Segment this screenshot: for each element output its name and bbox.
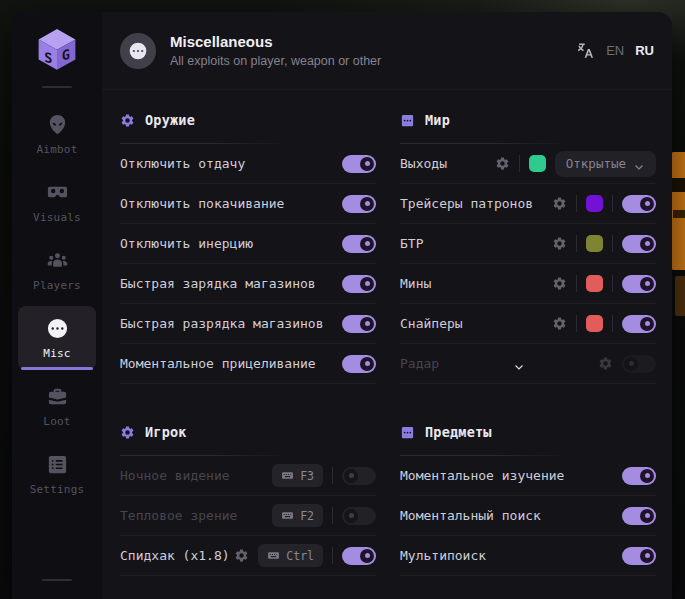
toggle-switch[interactable] xyxy=(342,467,376,485)
control-divider xyxy=(612,195,613,212)
sidebar-item-settings[interactable]: Settings xyxy=(18,442,96,506)
sidebar: S G Aimbot Visuals Players Misc xyxy=(12,12,102,599)
feature-label: Отключить покачивание xyxy=(120,196,284,211)
control-divider xyxy=(576,195,577,212)
control-divider xyxy=(576,315,577,332)
toggle-switch[interactable] xyxy=(622,467,656,485)
feature-row: Мультипоиск xyxy=(400,536,656,576)
players-icon xyxy=(46,249,69,272)
gear-icon[interactable] xyxy=(598,356,613,371)
control-divider xyxy=(332,507,333,524)
feature-label: Мультипоиск xyxy=(400,548,486,563)
briefcase-icon xyxy=(46,385,69,408)
section-header-items: Предметы xyxy=(400,416,656,448)
translate-icon xyxy=(576,41,595,60)
color-swatch[interactable] xyxy=(529,155,546,172)
color-swatch[interactable] xyxy=(586,275,603,292)
sidebar-item-aimbot[interactable]: Aimbot xyxy=(18,102,96,166)
sidebar-item-label: Loot xyxy=(43,415,70,428)
feature-row: Отключить инерцию xyxy=(120,224,376,264)
feature-label: Спидхак (x1.8) xyxy=(120,548,230,563)
gear-icon[interactable] xyxy=(552,316,567,331)
sidebar-item-visuals[interactable]: Visuals xyxy=(18,170,96,234)
toggle-switch[interactable] xyxy=(342,547,376,565)
feature-row: Моментальное прицеливание xyxy=(120,344,376,384)
section-header-weapon: Оружие xyxy=(120,104,376,136)
feature-row: Быстрая зарядка магазинов xyxy=(120,264,376,304)
section-title: Мир xyxy=(425,112,450,128)
keyboard-icon xyxy=(267,549,280,562)
gear-icon xyxy=(120,113,135,128)
sidebar-divider-bottom xyxy=(42,579,72,581)
toggle-switch[interactable] xyxy=(342,315,376,333)
chevron-down-icon xyxy=(633,158,645,170)
cube-logo-icon: S G xyxy=(33,25,81,73)
sidebar-item-label: Misc xyxy=(43,347,70,360)
feature-label: Быстрая зарядка магазинов xyxy=(120,276,316,291)
gear-icon[interactable] xyxy=(552,236,567,251)
toggle-switch[interactable] xyxy=(342,195,376,213)
color-swatch[interactable] xyxy=(586,315,603,332)
right-column: Мир Выходы Открытые xyxy=(400,90,656,599)
feature-label: Быстрая разрядка магазинов xyxy=(120,316,324,331)
toggle-switch[interactable] xyxy=(622,195,656,213)
sidebar-item-label: Settings xyxy=(30,483,85,496)
toggle-switch[interactable] xyxy=(622,355,656,373)
toggle-switch[interactable] xyxy=(622,547,656,565)
toggle-switch[interactable] xyxy=(622,507,656,525)
toggle-switch[interactable] xyxy=(622,315,656,333)
color-swatch[interactable] xyxy=(586,235,603,252)
sidebar-item-label: Players xyxy=(33,279,81,292)
sidebar-item-misc[interactable]: Misc xyxy=(18,306,96,370)
sidebar-item-players[interactable]: Players xyxy=(18,238,96,302)
section-title: Предметы xyxy=(425,424,492,440)
feature-row: Моментальный поиск xyxy=(400,496,656,536)
gear-icon[interactable] xyxy=(495,156,510,171)
color-swatch[interactable] xyxy=(586,195,603,212)
gear-icon[interactable] xyxy=(552,276,567,291)
feature-row: Отключить покачивание xyxy=(120,184,376,224)
section-title: Оружие xyxy=(145,112,195,128)
feature-label: Трейсеры патронов xyxy=(400,196,533,211)
ellipsis-circle-icon xyxy=(46,317,69,340)
feature-row: БТР xyxy=(400,224,656,264)
feature-row: Быстрая разрядка магазинов xyxy=(120,304,376,344)
gear-icon[interactable] xyxy=(552,196,567,211)
app-logo: S G xyxy=(12,12,102,86)
control-divider xyxy=(519,155,520,172)
toggle-switch[interactable] xyxy=(342,155,376,173)
keyboard-icon xyxy=(281,469,294,482)
toggle-switch[interactable] xyxy=(342,275,376,293)
feature-label: Выходы xyxy=(400,156,447,171)
section-header-world: Мир xyxy=(400,104,656,136)
keybind-badge[interactable]: F2 xyxy=(272,504,323,527)
background-game-fragment-2 xyxy=(675,276,685,316)
toggle-switch[interactable] xyxy=(342,355,376,373)
lang-en-button[interactable]: EN xyxy=(606,43,624,58)
lang-ru-button[interactable]: RU xyxy=(635,43,654,58)
gear-icon xyxy=(120,425,135,440)
feature-label: Моментальное изучение xyxy=(400,468,564,483)
feature-row: Радар xyxy=(400,344,656,384)
feature-label: Радар xyxy=(400,356,439,371)
page-title: Miscellaneous xyxy=(170,33,381,50)
exits-dropdown[interactable]: Открытые xyxy=(555,151,656,177)
toggle-switch[interactable] xyxy=(622,235,656,253)
gear-icon[interactable] xyxy=(234,548,249,563)
feature-row: Выходы Открытые xyxy=(400,144,656,184)
chevron-down-icon[interactable] xyxy=(513,358,525,370)
toggle-switch[interactable] xyxy=(342,507,376,525)
section-header-player: Игрок xyxy=(120,416,376,448)
keybind-badge[interactable]: Ctrl xyxy=(258,544,323,567)
sidebar-item-loot[interactable]: Loot xyxy=(18,374,96,438)
feature-row: Моментальное изучение xyxy=(400,456,656,496)
control-divider xyxy=(332,467,333,484)
keybind-badge[interactable]: F3 xyxy=(272,464,323,487)
dropdown-value: Открытые xyxy=(566,156,626,171)
dots-square-icon xyxy=(400,113,415,128)
feature-row: Трейсеры патронов xyxy=(400,184,656,224)
keybind-label: F3 xyxy=(300,469,314,483)
keybind-label: F2 xyxy=(300,509,314,523)
toggle-switch[interactable] xyxy=(342,235,376,253)
toggle-switch[interactable] xyxy=(622,275,656,293)
